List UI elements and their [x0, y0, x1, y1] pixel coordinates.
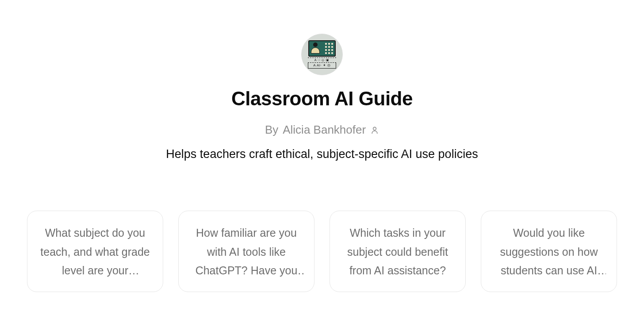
prompt-text: Would you like suggestions on how studen… — [492, 223, 606, 280]
page-title: Classroom AI Guide — [231, 88, 413, 110]
prompt-text: How familiar are you with AI tools like … — [189, 223, 303, 280]
author-name: Alicia Bankhofer — [283, 123, 366, 137]
svg-point-0 — [373, 127, 376, 130]
prompt-text: What subject do you teach, and what grad… — [38, 223, 152, 280]
prompt-suggestions: What subject do you teach, and what grad… — [27, 211, 617, 292]
prompt-card[interactable]: Would you like suggestions on how studen… — [481, 211, 617, 292]
prompt-card[interactable]: What subject do you teach, and what grad… — [27, 211, 163, 292]
byline: By Alicia Bankhofer — [265, 123, 379, 137]
prompt-card[interactable]: Which tasks in your subject could benefi… — [330, 211, 466, 292]
prompt-text: Which tasks in your subject could benefi… — [341, 223, 455, 280]
bot-description: Helps teachers craft ethical, subject-sp… — [166, 147, 478, 161]
avatar-illustration: A·○·◎·▣ A AI· ✦ ◎ — [308, 40, 336, 69]
byline-prefix: By — [265, 123, 278, 137]
bot-avatar: A·○·◎·▣ A AI· ✦ ◎ — [301, 34, 343, 75]
person-icon — [370, 126, 379, 135]
prompt-card[interactable]: How familiar are you with AI tools like … — [178, 211, 314, 292]
